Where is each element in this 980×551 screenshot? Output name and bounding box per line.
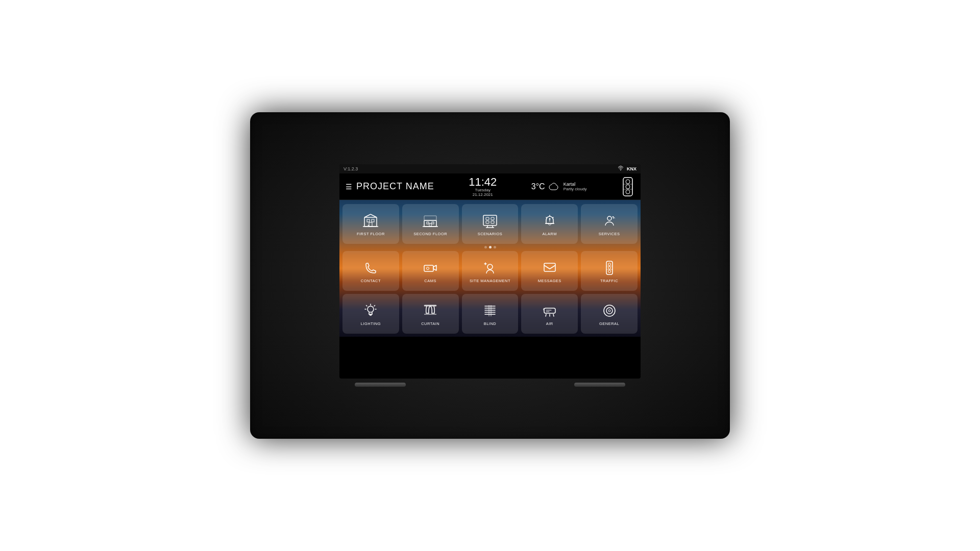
second-floor-label: SECOND FLOOR — [413, 232, 447, 236]
alarm-icon — [542, 213, 557, 229]
svg-rect-15 — [424, 216, 436, 220]
menu-item-first-floor[interactable]: FIRST FLOOR — [342, 204, 399, 244]
svg-point-65 — [604, 305, 615, 316]
menu-item-services[interactable]: SERVICES — [581, 204, 638, 244]
grid-row-2: CONTACT CAMS SITE MA — [342, 251, 638, 291]
traffic-icon — [602, 260, 617, 276]
temperature: 3°C — [531, 182, 545, 191]
content-area: FIRST FLOOR SECOND FLOOR — [339, 200, 641, 337]
menu-item-lighting[interactable]: LIGHTING — [342, 294, 399, 334]
device-frame: V:1.2.3 KNX ☰ PROJECT NAME — [250, 112, 730, 439]
first-floor-icon — [363, 213, 378, 229]
menu-item-scenarios[interactable]: SCENARIOS — [462, 204, 519, 244]
air-icon — [542, 303, 557, 318]
svg-point-42 — [368, 306, 374, 312]
svg-line-46 — [374, 305, 375, 306]
svg-point-33 — [427, 267, 429, 269]
menu-item-blind[interactable]: BLIND — [462, 294, 519, 334]
svg-rect-18 — [429, 223, 431, 227]
curtain-icon — [423, 303, 438, 318]
menu-item-cams[interactable]: CAMS — [402, 251, 459, 291]
header: ☰ PROJECT NAME 11:42 Tuesday 21.12.2021 … — [339, 173, 641, 200]
hamburger-button[interactable]: ☰ — [346, 183, 352, 191]
menu-item-site-management[interactable]: SITE MANAGEMENT — [462, 251, 519, 291]
curtain-label: CURTAIN — [421, 321, 439, 326]
services-icon — [602, 213, 617, 229]
dot-3 — [494, 246, 496, 248]
svg-rect-8 — [367, 219, 370, 222]
weather-desc: Partly cloudy — [564, 187, 587, 191]
svg-rect-7 — [364, 217, 377, 227]
second-floor-icon — [423, 213, 438, 229]
svg-rect-20 — [483, 215, 497, 226]
svg-rect-22 — [491, 217, 494, 220]
menu-item-general[interactable]: GENERAL — [581, 294, 638, 334]
general-label: GENERAL — [599, 321, 619, 326]
site-management-icon — [482, 260, 498, 276]
page-dots — [342, 246, 638, 249]
dot-1 — [484, 246, 487, 248]
menu-item-alarm[interactable]: ALARM — [521, 204, 578, 244]
alarm-label: ALARM — [543, 232, 557, 236]
handle-left — [355, 383, 406, 387]
time-value: 11:42 — [469, 177, 497, 188]
blind-label: BLIND — [484, 321, 497, 326]
menu-item-traffic[interactable]: TRAFFIC — [581, 251, 638, 291]
svg-line-62 — [553, 314, 554, 316]
menu-item-air[interactable]: AIR — [521, 294, 578, 334]
svg-rect-9 — [372, 219, 374, 222]
svg-point-66 — [606, 308, 612, 314]
svg-line-11 — [364, 214, 371, 217]
svg-rect-1 — [623, 178, 632, 196]
day-label: Tuesday — [475, 188, 491, 192]
svg-point-39 — [608, 270, 610, 272]
svg-rect-35 — [544, 263, 555, 271]
cloud-icon — [548, 182, 560, 192]
lighting-icon — [363, 303, 378, 318]
scenarios-icon — [482, 213, 498, 229]
air-label: AIR — [546, 321, 553, 326]
status-bar: V:1.2.3 KNX — [339, 164, 641, 173]
contact-icon — [363, 260, 378, 276]
weather-display: 3°C Kartal Partly cloudy — [531, 182, 587, 192]
cams-icon — [423, 260, 438, 276]
svg-point-31 — [607, 216, 611, 220]
svg-line-12 — [371, 214, 377, 217]
scenarios-label: SCENARIOS — [478, 232, 503, 236]
date-label: 21.12.2021 — [473, 192, 493, 197]
traffic-icon-header — [621, 177, 634, 196]
general-icon — [602, 303, 617, 318]
svg-point-0 — [620, 170, 621, 171]
blind-icon — [482, 303, 498, 318]
svg-rect-16 — [427, 222, 429, 224]
menu-item-second-floor[interactable]: SECOND FLOOR — [402, 204, 459, 244]
grid-row-3: LIGHTING CURTAIN — [342, 294, 638, 334]
svg-point-3 — [626, 185, 630, 189]
site-management-label: SITE MANAGEMENT — [470, 279, 510, 283]
project-name: PROJECT NAME — [356, 181, 434, 192]
wifi-icon — [618, 166, 624, 172]
svg-line-60 — [546, 314, 546, 316]
messages-icon — [542, 260, 557, 276]
svg-point-4 — [626, 190, 630, 194]
services-label: SERVICES — [599, 232, 620, 236]
first-floor-label: FIRST FLOOR — [357, 232, 385, 236]
svg-rect-59 — [544, 308, 555, 313]
menu-item-messages[interactable]: MESSAGES — [521, 251, 578, 291]
contact-label: CONTACT — [361, 279, 381, 283]
svg-point-67 — [608, 310, 610, 312]
version-label: V:1.2.3 — [344, 166, 358, 171]
svg-line-47 — [366, 305, 368, 306]
menu-item-contact[interactable]: CONTACT — [342, 251, 399, 291]
svg-rect-21 — [486, 217, 489, 220]
menu-item-curtain[interactable]: CURTAIN — [402, 294, 459, 334]
lighting-label: LIGHTING — [361, 321, 381, 326]
svg-point-2 — [626, 180, 630, 184]
svg-rect-23 — [486, 221, 489, 223]
device-handles — [339, 383, 641, 387]
messages-label: MESSAGES — [538, 279, 561, 283]
traffic-label: TRAFFIC — [600, 279, 618, 283]
cams-label: CAMS — [424, 279, 436, 283]
svg-rect-24 — [491, 221, 494, 223]
dot-2 — [489, 246, 492, 248]
